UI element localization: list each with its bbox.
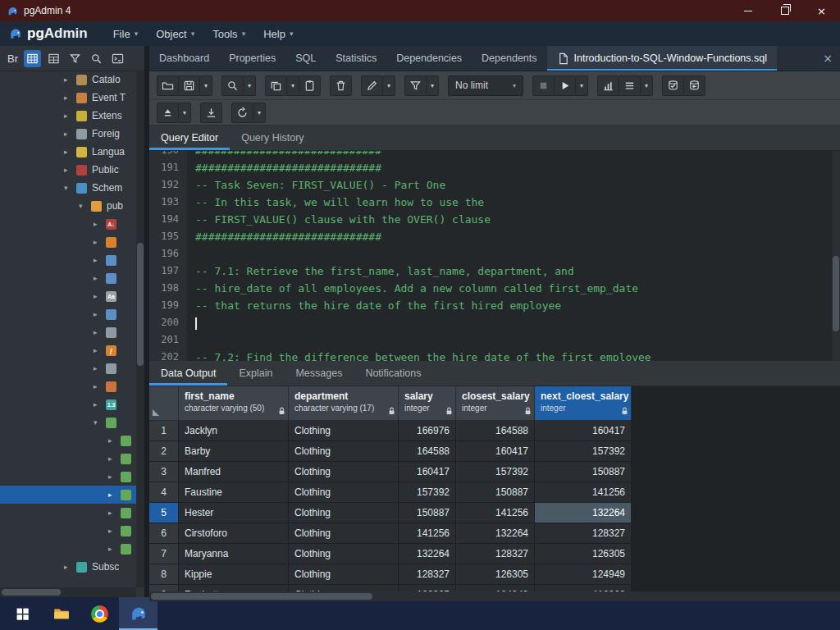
row-number[interactable]: 6 [149,523,179,544]
column-header-department[interactable]: departmentcharacter varying (17) [289,386,399,421]
cell[interactable]: Faustine [179,482,289,503]
cell[interactable]: 150887 [399,503,456,523]
cell[interactable]: 157392 [535,441,632,462]
cell[interactable]: 128327 [456,544,535,564]
cell[interactable]: 157392 [456,462,535,482]
tab-dependencies[interactable]: Dependencies [386,46,472,71]
tree-item-languages[interactable]: ▸Langua [0,143,144,161]
menu-file[interactable]: File▾ [104,21,147,46]
tree-item-catalogs[interactable]: ▸Catalo [0,71,144,89]
tree-item-domains[interactable]: ▸ [0,233,144,251]
column-header-closest_salary[interactable]: closest_salaryinteger [456,386,535,421]
tree-item-table-row-5[interactable]: ▸ [0,504,144,522]
find-options-dropdown[interactable]: ▾ [243,75,256,96]
tab-query-history[interactable]: Query History [230,126,315,150]
tab-sql[interactable]: SQL [285,46,326,71]
cell[interactable]: 132264 [535,503,632,523]
tree-item-table-row-3[interactable]: ▸ [0,468,144,486]
tab-explain[interactable]: Explain [227,361,284,386]
chevron-right-icon[interactable]: ▸ [94,292,104,300]
execute-button[interactable] [554,75,576,96]
tree-item-tables[interactable]: ▾ [0,413,144,431]
browser-vertical-scrollbar[interactable] [136,71,144,587]
tree-item-schemas[interactable]: ▾Schem [0,179,144,197]
tree-item-fts-parsers[interactable]: ▸Aa [0,287,144,305]
save-options-dropdown[interactable]: ▾ [199,75,212,96]
cell[interactable]: 116966 [535,585,632,591]
chevron-right-icon[interactable]: ▸ [108,454,119,463]
tree-item-fts-dictionaries[interactable]: ▸ [0,269,144,287]
chevron-down-icon[interactable]: ▾ [64,184,75,192]
chevron-right-icon[interactable]: ▸ [64,75,75,84]
cell[interactable]: Barby [179,441,289,462]
results-horizontal-scrollbar[interactable] [149,591,840,601]
results-hscrollbar-thumb[interactable] [151,593,372,600]
cell[interactable]: Clothing [289,544,399,564]
psql-tool-icon[interactable] [109,50,126,67]
chevron-right-icon[interactable]: ▸ [64,563,75,571]
cell[interactable]: Jacklyn [179,421,289,441]
chevron-right-icon[interactable]: ▸ [108,527,119,535]
tree-item-foreign-data-wrappers[interactable]: ▸Foreig [0,125,144,143]
chevron-right-icon[interactable]: ▸ [94,400,104,409]
tab-data-output[interactable]: Data Output [149,361,227,386]
open-file-button[interactable] [157,75,179,96]
tree-item-table-row-7[interactable]: ▸ [0,540,144,558]
tree-item-schema-public[interactable]: ▾pub [0,197,144,215]
cell[interactable]: 164588 [456,421,535,441]
cell[interactable]: 150887 [456,482,535,503]
cell[interactable]: 164588 [399,441,456,462]
menu-tools[interactable]: Tools▾ [203,21,254,46]
commit-button[interactable] [662,75,684,96]
cell[interactable]: 126305 [399,585,456,591]
row-number[interactable]: 8 [149,564,179,585]
cell[interactable]: 124949 [535,564,632,585]
tree-item-procedures[interactable]: ▸ [0,377,144,395]
tab-messages[interactable]: Messages [284,361,354,386]
query-tool-icon[interactable] [24,50,41,67]
chevron-right-icon[interactable]: ▸ [108,436,119,445]
cell[interactable]: 141256 [399,523,456,544]
chevron-right-icon[interactable]: ▸ [94,310,104,318]
chevron-right-icon[interactable]: ▸ [64,148,75,156]
cell[interactable]: 126305 [535,544,632,564]
chevron-right-icon[interactable]: ▸ [94,256,104,264]
search-objects-icon[interactable] [88,50,105,67]
cell[interactable]: Kippie [179,564,289,585]
cell[interactable]: Hester [179,503,289,523]
tree-item-sequences[interactable]: ▸1.3 [0,395,144,413]
cell[interactable]: 141256 [456,503,535,523]
browser-hscrollbar-thumb[interactable] [2,589,61,596]
chevron-right-icon[interactable]: ▸ [108,545,119,553]
chevron-right-icon[interactable]: ▸ [108,509,119,517]
view-data-icon[interactable] [45,50,62,67]
row-limit-select[interactable]: No limit ▾ [448,75,523,96]
editor-scrollbar-thumb[interactable] [833,256,839,331]
tree-item-materialized-views[interactable]: ▸ [0,359,144,377]
chevron-right-icon[interactable]: ▸ [108,472,119,481]
query-editor[interactable]: 190191192193194195196197198199200201202 … [149,151,840,361]
cell[interactable]: Clothing [289,564,399,585]
chevron-down-icon[interactable]: ▾ [79,202,89,210]
find-button[interactable] [221,75,244,96]
chevron-right-icon[interactable]: ▸ [94,238,104,246]
chevron-right-icon[interactable]: ▸ [64,130,75,138]
edit-button[interactable] [361,75,383,96]
tree-item-table-row-selected[interactable]: ▸ [0,486,144,504]
copy-options-dropdown[interactable]: ▾ [286,75,299,96]
rollback-button[interactable] [683,75,705,96]
column-header-first_name[interactable]: first_namecharacter varying (50) [179,386,289,421]
tree-item-publications[interactable]: ▸Public [0,161,144,179]
cell[interactable]: Clothing [289,523,399,544]
menu-object[interactable]: Object▾ [147,21,203,46]
execute-options-dropdown[interactable]: ▾ [575,75,588,96]
chevron-right-icon[interactable]: ▸ [64,166,75,174]
delete-button[interactable] [330,75,352,96]
tab-dependents[interactable]: Dependents [472,46,546,71]
cell[interactable]: 128327 [399,564,456,585]
copy-button[interactable] [265,75,287,96]
column-header-salary[interactable]: salaryinteger [399,386,456,421]
macros-button[interactable] [231,103,253,123]
connection-status-button[interactable] [157,103,179,123]
chevron-right-icon[interactable]: ▸ [94,220,104,228]
